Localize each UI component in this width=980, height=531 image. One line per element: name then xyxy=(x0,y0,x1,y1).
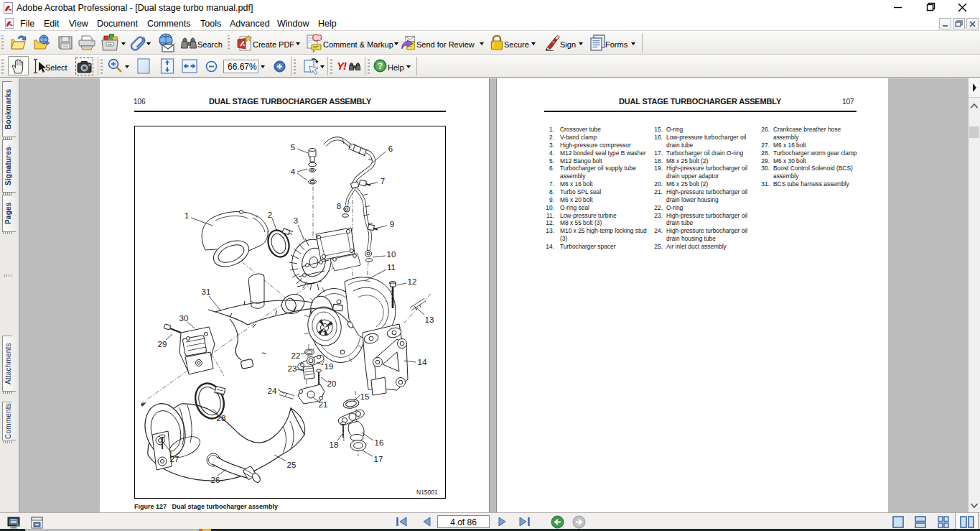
svg-text:17: 17 xyxy=(374,455,383,463)
svg-text:2: 2 xyxy=(268,211,272,219)
svg-text:24: 24 xyxy=(268,387,277,395)
svg-text:11: 11 xyxy=(387,263,396,272)
svg-text:?: ? xyxy=(378,61,383,71)
svg-text:1: 1 xyxy=(185,211,189,220)
svg-text:12: 12 xyxy=(408,277,417,286)
svg-text:29: 29 xyxy=(158,340,167,348)
svg-text:30: 30 xyxy=(179,314,189,323)
svg-text:3: 3 xyxy=(294,216,298,225)
svg-text:14: 14 xyxy=(418,358,427,366)
svg-text:23: 23 xyxy=(288,364,297,373)
svg-text:25: 25 xyxy=(287,461,297,469)
svg-text:13: 13 xyxy=(425,315,434,324)
svg-text:9: 9 xyxy=(390,220,394,228)
svg-text:6: 6 xyxy=(388,144,393,153)
svg-text:20: 20 xyxy=(327,379,337,388)
svg-text:27: 27 xyxy=(170,455,179,463)
svg-text:26: 26 xyxy=(211,476,220,484)
svg-text:16: 16 xyxy=(375,438,384,447)
svg-text:7: 7 xyxy=(381,177,385,185)
svg-text:31: 31 xyxy=(202,287,211,296)
svg-text:10: 10 xyxy=(387,250,396,259)
svg-text:19: 19 xyxy=(325,362,334,371)
svg-text:21: 21 xyxy=(319,400,328,409)
svg-text:4: 4 xyxy=(291,167,296,176)
svg-text:15: 15 xyxy=(360,392,370,401)
svg-text:5: 5 xyxy=(291,143,295,152)
svg-text:8: 8 xyxy=(337,202,341,211)
svg-text:28: 28 xyxy=(217,414,226,423)
svg-text:18: 18 xyxy=(330,440,339,449)
svg-text:22: 22 xyxy=(291,351,301,360)
